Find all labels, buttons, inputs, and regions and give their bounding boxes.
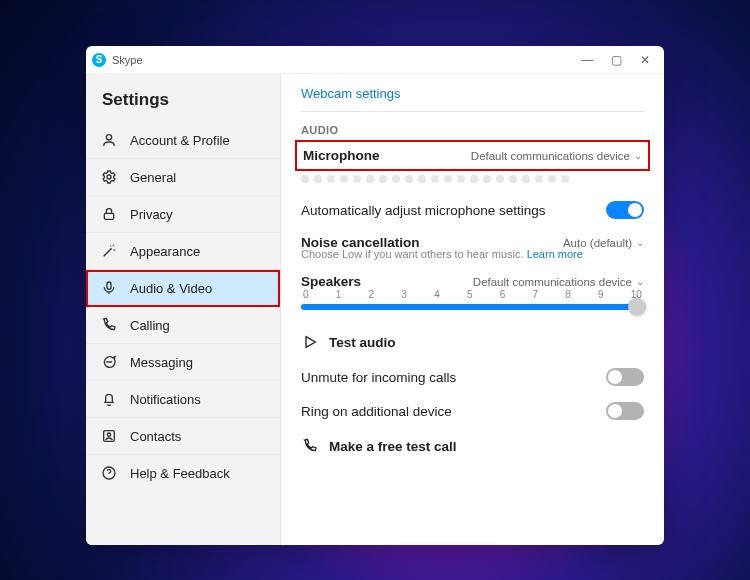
svg-point-6 (111, 362, 112, 363)
chevron-down-icon: ⌄ (636, 276, 644, 287)
window-controls: — ▢ ✕ (581, 53, 658, 67)
content-pane: Webcam settings AUDIO Microphone Default… (281, 74, 664, 545)
slider-ticks: 012345678910 (301, 289, 644, 300)
speakers-label: Speakers (301, 274, 361, 289)
phone-icon (301, 438, 319, 454)
svg-point-8 (107, 433, 110, 436)
svg-rect-3 (107, 282, 111, 289)
noise-cancel-value: Auto (default) (563, 237, 632, 249)
microphone-dropdown[interactable]: Default communications device ⌄ (471, 150, 642, 162)
sidebar-item-appearance[interactable]: Appearance (86, 233, 280, 270)
skype-settings-window: S Skype — ▢ ✕ Settings Account & Profile… (86, 46, 664, 545)
bell-icon (100, 391, 118, 407)
sidebar-item-label: Contacts (130, 429, 181, 444)
ring-additional-label: Ring on additional device (301, 404, 452, 419)
sidebar-item-label: Audio & Video (130, 281, 212, 296)
svg-point-4 (107, 362, 108, 363)
close-button[interactable]: ✕ (640, 53, 650, 67)
slider-knob[interactable] (628, 298, 646, 316)
noise-cancel-sub: Choose Low if you want others to hear mu… (301, 248, 644, 260)
microphone-icon (100, 280, 118, 296)
microphone-row-highlight: Microphone Default communications device… (295, 140, 650, 171)
test-audio-button[interactable]: Test audio (301, 324, 644, 360)
free-test-call-label: Make a free test call (329, 439, 457, 454)
speakers-volume: 012345678910 (301, 289, 644, 310)
microphone-value: Default communications device (471, 150, 630, 162)
webcam-settings-link[interactable]: Webcam settings (301, 86, 644, 101)
ring-additional-toggle[interactable] (606, 402, 644, 420)
sidebar: Settings Account & Profile General Priva… (86, 74, 281, 545)
speakers-value: Default communications device (473, 276, 632, 288)
sidebar-item-contacts[interactable]: Contacts (86, 418, 280, 455)
microphone-level-meter (301, 171, 644, 193)
unmute-label: Unmute for incoming calls (301, 370, 456, 385)
titlebar: S Skype — ▢ ✕ (86, 46, 664, 74)
sidebar-item-general[interactable]: General (86, 159, 280, 196)
app-name: Skype (112, 54, 143, 66)
phone-icon (100, 317, 118, 333)
sidebar-item-account[interactable]: Account & Profile (86, 122, 280, 159)
microphone-label: Microphone (303, 148, 380, 163)
sidebar-item-label: Appearance (130, 244, 200, 259)
chat-icon (100, 354, 118, 370)
chevron-down-icon: ⌄ (636, 237, 644, 248)
gear-icon (100, 169, 118, 185)
sidebar-item-label: Help & Feedback (130, 466, 230, 481)
sidebar-item-notifications[interactable]: Notifications (86, 381, 280, 418)
test-audio-label: Test audio (329, 335, 396, 350)
chevron-down-icon: ⌄ (634, 150, 642, 161)
maximize-button[interactable]: ▢ (611, 53, 622, 67)
account-icon (100, 132, 118, 148)
sidebar-item-label: Messaging (130, 355, 193, 370)
svg-marker-10 (306, 337, 315, 348)
wand-icon (100, 243, 118, 259)
noise-cancel-dropdown[interactable]: Auto (default) ⌄ (563, 237, 644, 249)
audio-section-label: AUDIO (301, 124, 644, 136)
auto-adjust-toggle[interactable] (606, 201, 644, 219)
sidebar-item-messaging[interactable]: Messaging (86, 344, 280, 381)
svg-rect-2 (104, 213, 113, 219)
sidebar-item-audio-video[interactable]: Audio & Video (86, 270, 280, 307)
divider (301, 111, 644, 112)
speakers-dropdown[interactable]: Default communications device ⌄ (473, 276, 644, 288)
auto-adjust-label: Automatically adjust microphone settings (301, 203, 546, 218)
sidebar-item-label: Account & Profile (130, 133, 230, 148)
sidebar-item-privacy[interactable]: Privacy (86, 196, 280, 233)
body: Settings Account & Profile General Priva… (86, 74, 664, 545)
sidebar-item-calling[interactable]: Calling (86, 307, 280, 344)
settings-title: Settings (86, 84, 280, 122)
skype-logo-icon: S (92, 53, 106, 67)
svg-point-1 (107, 175, 111, 179)
contacts-icon (100, 428, 118, 444)
free-test-call-button[interactable]: Make a free test call (301, 428, 644, 464)
learn-more-link[interactable]: Learn more (527, 248, 583, 260)
unmute-toggle[interactable] (606, 368, 644, 386)
lock-icon (100, 206, 118, 222)
sidebar-item-label: General (130, 170, 176, 185)
play-icon (301, 334, 319, 350)
minimize-button[interactable]: — (581, 53, 593, 67)
svg-point-5 (109, 362, 110, 363)
sidebar-item-label: Notifications (130, 392, 201, 407)
sidebar-item-label: Calling (130, 318, 170, 333)
svg-point-0 (106, 135, 111, 140)
sidebar-item-label: Privacy (130, 207, 173, 222)
help-icon (100, 465, 118, 481)
speakers-slider[interactable] (301, 304, 644, 310)
sidebar-item-help[interactable]: Help & Feedback (86, 455, 280, 491)
